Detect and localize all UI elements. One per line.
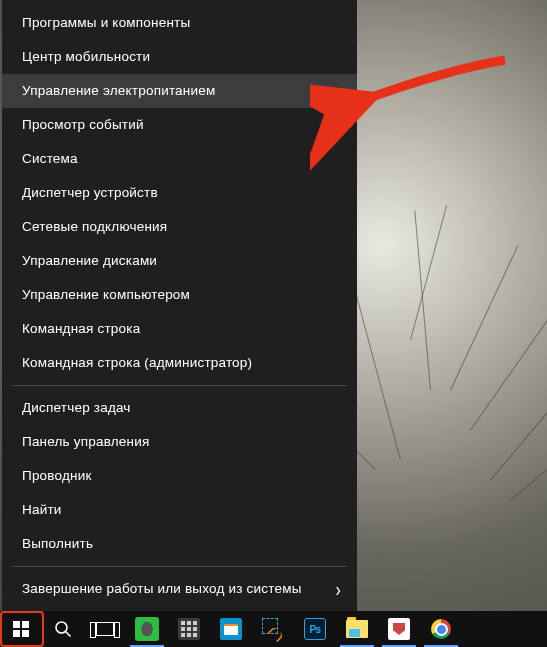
menu-item-shutdown-signout[interactable]: Завершение работы или выход из системы [2, 572, 357, 606]
taskbar-taskview-button[interactable] [84, 611, 126, 647]
calculator-icon [178, 618, 200, 640]
scissors-icon [262, 618, 284, 640]
taskbar-app-notepad[interactable] [210, 611, 252, 647]
menu-item-computer-management[interactable]: Управление компьютером [2, 278, 357, 312]
folder-icon [346, 620, 368, 638]
menu-item-power-options[interactable]: Управление электропитанием [2, 74, 357, 108]
search-icon [54, 620, 72, 638]
start-button[interactable] [0, 611, 42, 647]
svg-line-1 [66, 632, 71, 637]
menu-item-programs-features[interactable]: Программы и компоненты [2, 6, 357, 40]
taskbar-app-calculator[interactable] [168, 611, 210, 647]
menu-item-task-manager[interactable]: Диспетчер задач [2, 391, 357, 425]
menu-item-event-viewer[interactable]: Просмотр событий [2, 108, 357, 142]
photoshop-icon: Ps [304, 618, 326, 640]
menu-separator [12, 385, 347, 386]
svg-point-0 [56, 622, 67, 633]
menu-item-disk-management[interactable]: Управление дисками [2, 244, 357, 278]
menu-item-run[interactable]: Выполнить [2, 527, 357, 561]
taskbar-app-photoshop[interactable]: Ps [294, 611, 336, 647]
taskview-icon [96, 622, 114, 636]
menu-separator [12, 566, 347, 567]
taskbar-app-evernote[interactable] [126, 611, 168, 647]
evernote-icon [135, 617, 159, 641]
menu-item-mobility-center[interactable]: Центр мобильности [2, 40, 357, 74]
total-commander-icon [388, 618, 410, 640]
taskbar-app-chrome[interactable] [420, 611, 462, 647]
menu-item-search[interactable]: Найти [2, 493, 357, 527]
taskbar-search-button[interactable] [42, 611, 84, 647]
taskbar-app-total-commander[interactable] [378, 611, 420, 647]
menu-item-system[interactable]: Система [2, 142, 357, 176]
menu-item-command-prompt[interactable]: Командная строка [2, 312, 357, 346]
taskbar-app-file-explorer[interactable] [336, 611, 378, 647]
menu-item-command-prompt-admin[interactable]: Командная строка (администратор) [2, 346, 357, 380]
chrome-icon [431, 619, 451, 639]
taskbar-app-snipping-tool[interactable] [252, 611, 294, 647]
windows-logo-icon [13, 621, 29, 637]
notepad-icon [220, 618, 242, 640]
taskbar: Ps [0, 611, 547, 647]
menu-item-device-manager[interactable]: Диспетчер устройств [2, 176, 357, 210]
menu-item-network-connections[interactable]: Сетевые подключения [2, 210, 357, 244]
menu-item-file-explorer[interactable]: Проводник [2, 459, 357, 493]
menu-item-control-panel[interactable]: Панель управления [2, 425, 357, 459]
winx-power-menu: Программы и компоненты Центр мобильности… [2, 0, 357, 611]
